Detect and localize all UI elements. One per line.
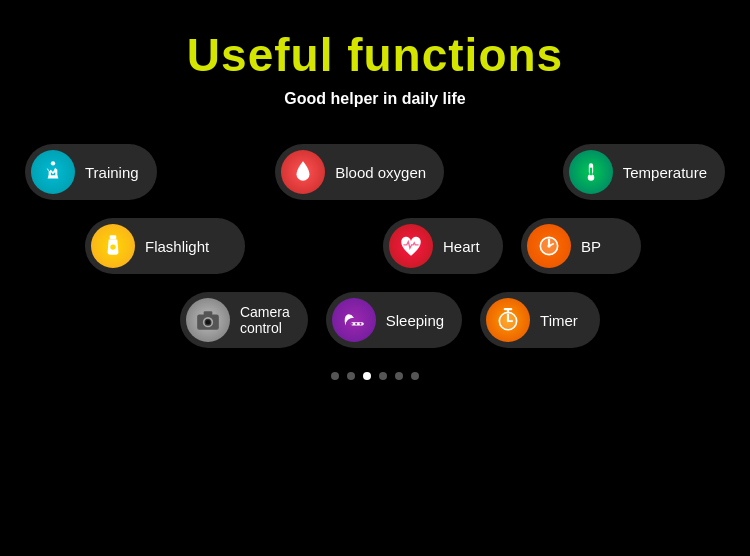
pill-heart[interactable]: Heart <box>383 218 503 274</box>
flashlight-label: Flashlight <box>145 238 209 255</box>
pill-temperature[interactable]: Temperature <box>563 144 725 200</box>
row-3: Camera control Sleeping <box>25 292 725 348</box>
bp-label: BP <box>581 238 601 255</box>
svg-rect-3 <box>590 168 592 176</box>
svg-point-15 <box>350 323 352 325</box>
pagination-dots <box>331 372 419 380</box>
timer-label: Timer <box>540 312 578 329</box>
temperature-icon <box>569 150 613 194</box>
row-1: Training Blood oxygen <box>25 144 725 200</box>
svg-rect-4 <box>110 235 117 239</box>
page-subtitle: Good helper in daily life <box>284 90 465 108</box>
blood-oxygen-label: Blood oxygen <box>335 164 426 181</box>
training-icon <box>31 150 75 194</box>
svg-point-16 <box>355 323 357 325</box>
training-label: Training <box>85 164 139 181</box>
svg-rect-13 <box>204 311 213 315</box>
pill-training[interactable]: Training <box>25 144 157 200</box>
heart-icon <box>389 224 433 268</box>
sleeping-icon <box>332 298 376 342</box>
sleeping-label: Sleeping <box>386 312 444 329</box>
pill-camera-control[interactable]: Camera control <box>180 292 308 348</box>
heart-label: Heart <box>443 238 480 255</box>
svg-point-12 <box>206 320 210 324</box>
dot-1[interactable] <box>331 372 339 380</box>
row-2: Flashlight Heart <box>25 218 725 274</box>
pill-flashlight[interactable]: Flashlight <box>85 218 245 274</box>
pill-sleeping[interactable]: Sleeping <box>326 292 462 348</box>
dot-3[interactable] <box>363 372 371 380</box>
svg-point-17 <box>359 323 361 325</box>
pill-blood-oxygen[interactable]: Blood oxygen <box>275 144 444 200</box>
dot-2[interactable] <box>347 372 355 380</box>
page-title: Useful functions <box>187 28 563 82</box>
timer-icon <box>486 298 530 342</box>
svg-point-0 <box>51 161 55 165</box>
flashlight-icon <box>91 224 135 268</box>
temperature-label: Temperature <box>623 164 707 181</box>
svg-point-9 <box>547 244 550 247</box>
dot-4[interactable] <box>379 372 387 380</box>
functions-grid: Training Blood oxygen <box>15 144 735 348</box>
bp-icon <box>527 224 571 268</box>
page: Useful functions Good helper in daily li… <box>0 0 750 556</box>
svg-point-5 <box>110 244 115 249</box>
pill-bp[interactable]: BP <box>521 218 641 274</box>
dot-5[interactable] <box>395 372 403 380</box>
pill-timer[interactable]: Timer <box>480 292 600 348</box>
dot-6[interactable] <box>411 372 419 380</box>
blood-oxygen-icon <box>281 150 325 194</box>
camera-control-icon <box>186 298 230 342</box>
camera-control-label: Camera control <box>240 304 290 336</box>
